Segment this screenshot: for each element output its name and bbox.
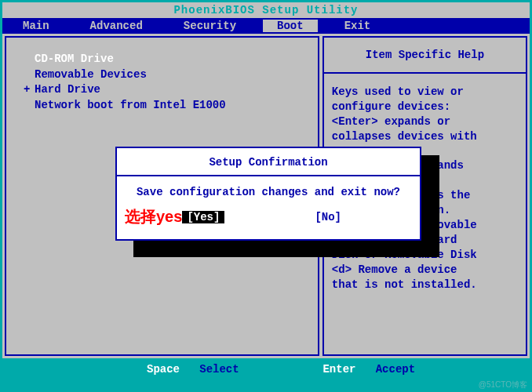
boot-item-harddrive[interactable]: +Hard Drive <box>35 82 308 98</box>
watermark: @51CTO博客 <box>479 379 527 390</box>
help-header: Item Specific Help <box>324 38 526 74</box>
footer-action-select: Select <box>199 363 239 376</box>
boot-item-removable[interactable]: Removable Devices <box>35 67 308 83</box>
confirm-dialog: Setup Confirmation Save configuration ch… <box>115 147 421 241</box>
boot-item-label: Removable Devices <box>35 68 147 81</box>
help-line: Keys used to view or <box>332 85 518 100</box>
boot-list[interactable]: CD-ROM Drive Removable Devices +Hard Dri… <box>16 52 308 113</box>
dialog-message: Save configuration changes and exit now? <box>117 176 420 205</box>
boot-item-label: CD-ROM Drive <box>35 53 114 65</box>
footer-bar: Space Select Enter Accept <box>2 358 530 382</box>
expand-marker: + <box>24 82 35 98</box>
menu-main[interactable]: Main <box>2 20 70 32</box>
annotation-text: 选择yes <box>120 206 182 227</box>
yes-button[interactable]: [Yes] <box>182 211 224 223</box>
menu-advanced[interactable]: Advanced <box>70 20 163 32</box>
help-line: configure devices: <box>332 100 518 114</box>
boot-item-cdrom[interactable]: CD-ROM Drive <box>35 52 308 67</box>
menu-boot[interactable]: Boot <box>263 20 318 32</box>
boot-item-label: Hard Drive <box>35 83 100 96</box>
menu-security[interactable]: Security <box>163 20 257 32</box>
footer-key-space: Space <box>147 363 180 376</box>
dialog-button-row: 选择yes [Yes] [No] <box>117 205 420 232</box>
dialog-title: Setup Confirmation <box>117 148 420 176</box>
help-line: that is not installed. <box>332 278 518 292</box>
help-line: <d> Remove a device <box>332 263 518 278</box>
footer-action-accept: Accept <box>376 363 415 376</box>
footer-label-select <box>186 363 199 376</box>
footer-key-enter: Enter <box>322 363 355 376</box>
boot-item-label: Network boot from Intel E1000 <box>35 99 226 111</box>
boot-item-network[interactable]: Network boot from Intel E1000 <box>35 98 308 114</box>
no-button[interactable]: [No] <box>310 211 346 223</box>
help-line: <Enter> expands or <box>332 114 518 129</box>
menu-exit[interactable]: Exit <box>324 20 392 32</box>
help-line: collapses devices with <box>332 129 518 144</box>
menu-bar: Main Advanced Security Boot Exit <box>2 18 530 34</box>
title-bar: PhoenixBIOS Setup Utility <box>2 2 530 18</box>
